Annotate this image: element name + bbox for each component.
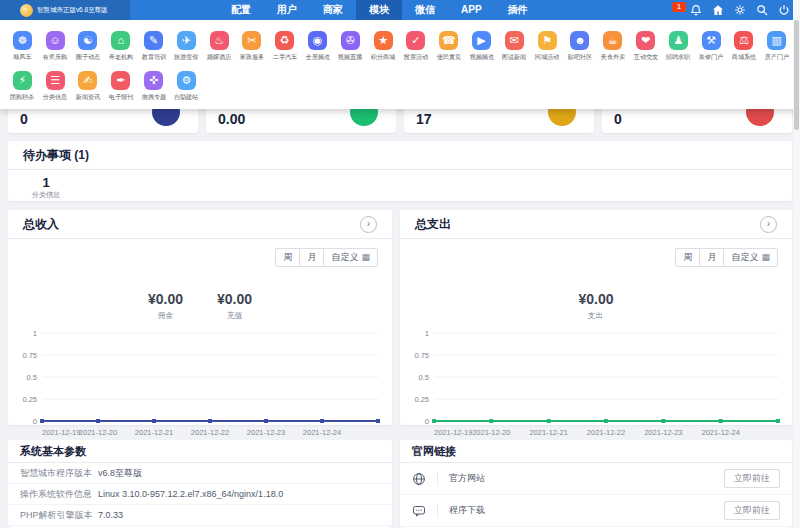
chevron-right-icon[interactable]: ›	[360, 216, 377, 233]
megamenu-item-17[interactable]: ☻贴吧社区	[564, 31, 597, 62]
module-label: 同城活动	[535, 53, 559, 59]
module-icon: ✇	[341, 31, 360, 50]
stat-value: 0	[614, 111, 622, 127]
megamenu-item-5[interactable]: ✈旅游度假	[170, 31, 203, 62]
expense-label: 支出	[581, 310, 611, 321]
gear-icon[interactable]	[734, 4, 746, 16]
megamenu-item-4[interactable]: ✎教育培训	[137, 31, 170, 62]
month-button[interactable]: 月	[699, 248, 724, 267]
nav-item-0[interactable]: 配置	[218, 0, 264, 20]
megamenu-item-2[interactable]: ☯圈子动态	[72, 31, 105, 62]
todo-count: 1	[24, 175, 68, 190]
module-icon: ❤	[636, 31, 655, 50]
topbar: 智慧城市正版v6.8至尊版 配置用户商家模块微信APP插件 1	[0, 0, 800, 20]
week-button[interactable]: 周	[675, 248, 700, 267]
logo-icon	[20, 4, 33, 17]
nav-item-6[interactable]: 插件	[495, 0, 541, 20]
megamenu-item-18[interactable]: ☕美食外卖	[596, 31, 629, 62]
nav-item-4[interactable]: 微信	[402, 0, 448, 20]
custom-range-button[interactable]: 自定义▦	[323, 248, 378, 267]
module-label: 互动交友	[633, 53, 657, 59]
megamenu-item-19[interactable]: ❤互动交友	[629, 31, 662, 62]
module-icon: ♟	[669, 31, 688, 50]
megamenu-item-5[interactable]: ⚙自助建站	[170, 71, 203, 102]
system-params-table: 智慧城市程序版本 v6.8至尊版 操作系统软件信息 Linux 3.10.0-9…	[8, 463, 392, 526]
bell-icon[interactable]	[690, 4, 702, 16]
search-icon[interactable]	[756, 4, 768, 16]
svg-text:2021-12-21: 2021-12-21	[135, 428, 173, 437]
module-icon: ✓	[406, 31, 425, 50]
megamenu-item-16[interactable]: ⚑同城活动	[531, 31, 564, 62]
megamenu-item-1[interactable]: ☺有奖乐购	[39, 31, 72, 62]
module-label: 全景频道	[305, 53, 329, 59]
notification-badge: 1	[672, 2, 686, 12]
svg-text:2021-12-24: 2021-12-24	[701, 428, 739, 437]
module-icon: ✎	[144, 31, 163, 50]
megamenu-item-8[interactable]: ♻二手汽车	[268, 31, 301, 62]
recharge-label: 充值	[220, 310, 250, 321]
megamenu-item-23[interactable]: ▥房产门户	[760, 31, 793, 62]
site-links-card: 官网链接 官方网站 立即前往 程序下载 立即前往	[400, 440, 792, 528]
week-button[interactable]: 周	[275, 248, 300, 267]
megamenu-item-6[interactable]: ♨婚嫁酒店	[203, 31, 236, 62]
power-icon[interactable]	[778, 4, 790, 16]
svg-text:0: 0	[33, 417, 37, 426]
megamenu-item-1[interactable]: ☰分类信息	[39, 71, 72, 102]
site-links-header: 官网链接	[400, 440, 792, 463]
megamenu-item-3[interactable]: ⌂养老机构	[104, 31, 137, 62]
megamenu-row-1: ☸顺风车☺有奖乐购☯圈子动态⌂养老机构✎教育培训✈旅游度假♨婚嫁酒店✂家政服务♻…	[0, 31, 800, 62]
megamenu-item-4[interactable]: ✜拖拽专题	[137, 71, 170, 102]
megamenu-item-11[interactable]: ★积分商城	[367, 31, 400, 62]
module-icon: ⚑	[538, 31, 557, 50]
megamenu-item-0[interactable]: ☸顺风车	[6, 31, 39, 62]
calendar-icon: ▦	[361, 252, 370, 262]
go-now-button[interactable]: 立即前往	[724, 469, 780, 488]
megamenu-item-10[interactable]: ✇视频直播	[334, 31, 367, 62]
custom-range-button[interactable]: 自定义▦	[723, 248, 778, 267]
home-icon[interactable]	[712, 4, 724, 16]
chevron-right-icon[interactable]: ›	[760, 216, 777, 233]
megamenu-item-3[interactable]: ✒电子报刊	[104, 71, 137, 102]
param-row: 操作系统软件信息 Linux 3.10.0-957.12.2.el7.x86_6…	[8, 484, 392, 505]
month-button[interactable]: 月	[299, 248, 324, 267]
todo-item[interactable]: 1 分类信息	[24, 175, 68, 203]
megamenu-item-7[interactable]: ✂家政服务	[236, 31, 269, 62]
megamenu-item-20[interactable]: ♟招聘求职	[662, 31, 695, 62]
module-icon: ⚒	[702, 31, 721, 50]
megamenu-item-15[interactable]: ✉图说新闻	[498, 31, 531, 62]
income-card: 总收入 › 周 月 自定义▦ ¥0.00 佣金 ¥0.00 充值 10.750.…	[8, 210, 392, 425]
nav-item-5[interactable]: APP	[448, 0, 495, 20]
megamenu-item-0[interactable]: ⚡团购秒杀	[6, 71, 39, 102]
module-label: 养老机构	[109, 53, 133, 59]
app-logo[interactable]: 智慧城市正版v6.8至尊版	[0, 0, 130, 20]
module-icon: ☻	[570, 31, 589, 50]
module-icon: ✉	[505, 31, 524, 50]
go-now-button[interactable]: 立即前往	[724, 501, 780, 520]
megamenu-item-12[interactable]: ✓投票活动	[400, 31, 433, 62]
scrollbar[interactable]	[793, 0, 800, 528]
expense-card: 总支出 › 周 月 自定义▦ ¥0.00 支出 10.750.50.250202…	[400, 210, 792, 425]
module-label: 顺风车	[13, 53, 31, 59]
megamenu-item-13[interactable]: ☎便民黄页	[432, 31, 465, 62]
scrollbar-thumb[interactable]	[794, 20, 799, 130]
megamenu-item-22[interactable]: ⚖商城系统	[728, 31, 761, 62]
param-value: Linux 3.10.0-957.12.2.el7.x86_64/nginx/1…	[98, 489, 283, 499]
megamenu-item-2[interactable]: ✍新闻资讯	[72, 71, 105, 102]
system-params-card: 系统基本参数 智慧城市程序版本 v6.8至尊版 操作系统软件信息 Linux 3…	[8, 440, 392, 528]
link-row: 官方网站 立即前往	[400, 463, 792, 495]
nav-item-3[interactable]: 模块	[356, 0, 402, 20]
megamenu-item-14[interactable]: ▶视频频道	[465, 31, 498, 62]
module-label: 拖拽专题	[141, 93, 165, 99]
divider	[437, 472, 438, 486]
module-icon: ☎	[439, 31, 458, 50]
svg-text:2021-12-19: 2021-12-19	[42, 428, 80, 437]
todo-label: 分类信息	[29, 190, 63, 200]
nav-item-2[interactable]: 商家	[310, 0, 356, 20]
nav-item-1[interactable]: 用户	[264, 0, 310, 20]
topbar-nav: 配置用户商家模块微信APP插件	[218, 0, 541, 20]
module-icon: ⚙	[177, 71, 196, 90]
svg-text:2021-12-19: 2021-12-19	[434, 428, 472, 437]
svg-text:2021-12-23: 2021-12-23	[247, 428, 285, 437]
megamenu-item-9[interactable]: ◉全景频道	[301, 31, 334, 62]
megamenu-item-21[interactable]: ⚒装修门户	[695, 31, 728, 62]
